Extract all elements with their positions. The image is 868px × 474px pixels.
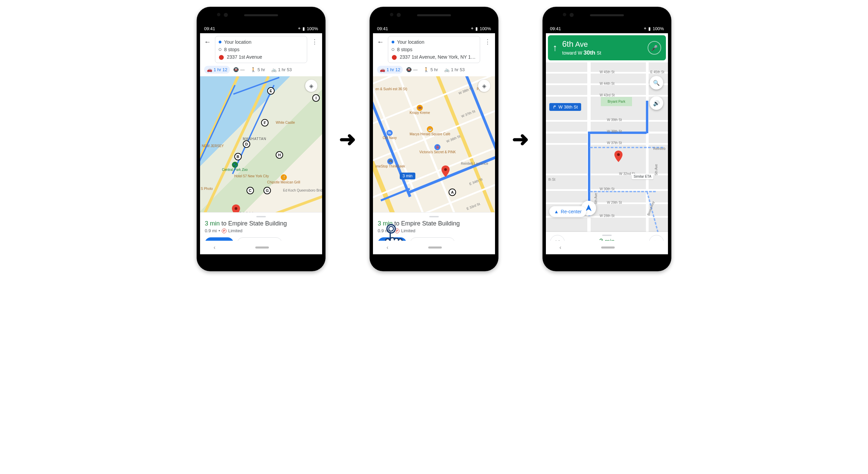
waypoint[interactable]: G <box>263 187 271 194</box>
status-time: 09:41 <box>550 26 561 31</box>
tab-drive[interactable]: 🚗1 hr 12 <box>204 66 230 74</box>
parking-icon: P <box>222 229 226 233</box>
sheet-handle[interactable] <box>602 235 612 236</box>
status-bar: 09:41 ⌖ ▮ 100% <box>200 24 322 33</box>
parking-status: Limited <box>401 228 415 233</box>
overflow-menu[interactable]: ⋮ <box>311 36 319 45</box>
alt-route-badge[interactable]: Similar ETA <box>632 174 653 179</box>
destination-pin[interactable] <box>441 165 450 177</box>
battery-pct: 100% <box>307 26 318 31</box>
location-icon: ⌖ <box>644 26 646 31</box>
poi-label: Victoria's Secret & PINK <box>419 150 456 154</box>
poi-label: Macys Herald Square Café <box>410 132 450 136</box>
route-card[interactable]: Your location 8 stops ⬤2337 1st Avenue, … <box>388 36 480 63</box>
status-time: 09:41 <box>204 26 215 31</box>
route-to: 2337 1st Avenue <box>227 54 262 60</box>
tab-transit[interactable]: 🚇— <box>231 66 247 74</box>
street-label: W 39th St <box>607 118 622 122</box>
waypoint[interactable]: H <box>276 151 283 159</box>
location-icon: ⌖ <box>471 26 473 31</box>
travel-mode-tabs: 🚗1 hr 12 🚇— 🚶5 hr 🚲1 hr 53 <box>200 64 322 76</box>
audio-button[interactable]: 🔊 <box>650 96 663 110</box>
android-navbar: ‹ <box>373 241 495 254</box>
layers-button[interactable]: ◈ <box>303 77 320 95</box>
transit-icon: 🚇 <box>406 67 412 72</box>
waypoint[interactable]: B <box>234 153 242 160</box>
waypoint[interactable]: E <box>267 87 275 95</box>
tab-walk[interactable]: 🚶5 hr <box>248 66 268 74</box>
tab-walk[interactable]: 🚶5 hr <box>421 66 440 74</box>
route-stops: 8 stops <box>224 47 239 52</box>
svg-point-0 <box>235 207 237 210</box>
waypoint[interactable]: A <box>449 189 456 196</box>
waypoint[interactable]: I <box>312 94 320 102</box>
poi-label: en & Sushi est 36 St) <box>375 87 407 91</box>
street-label: W 38th St <box>607 130 622 133</box>
street-label: W 30th St <box>599 187 614 191</box>
phone-screen-3: 09:41 ⌖▮100% ↑ 6th Ave toward W 30th St … <box>542 7 671 271</box>
waypoint[interactable]: C <box>246 187 254 194</box>
nav-direction-banner[interactable]: ↑ 6th Ave toward W 30th St 🎤 <box>548 35 666 60</box>
nav-back[interactable]: ‹ <box>387 244 388 251</box>
turn-right-icon: ↱ <box>553 104 556 110</box>
nav-back[interactable]: ‹ <box>214 244 215 251</box>
recenter-button[interactable]: ▲Re-center <box>549 206 586 217</box>
battery-pct: 100% <box>480 26 491 31</box>
sheet-handle[interactable] <box>429 216 439 217</box>
poi-label: imeStop ThinkGeek <box>375 164 405 168</box>
tab-transit[interactable]: 🚇— <box>403 66 420 74</box>
eta-time: 3 min <box>205 220 220 227</box>
poi-label: MANHATTAN <box>243 137 267 141</box>
battery-icon: ▮ <box>475 26 478 31</box>
street-label: th St <box>548 178 555 181</box>
car-icon: 🚗 <box>380 67 385 72</box>
street-label: W 28th St <box>599 214 614 218</box>
parking-status: Limited <box>228 228 242 233</box>
next-turn-badge[interactable]: ↱W 38th St <box>549 103 581 111</box>
search-button[interactable]: 🔍 <box>650 76 663 90</box>
poi-label: Chipotle Mexican Grill <box>267 180 300 184</box>
poi-label: Reinlieb <box>653 147 666 151</box>
voice-button[interactable]: 🎤 <box>648 41 661 55</box>
mic-icon: 🎤 <box>651 45 658 51</box>
walk-icon: 🚶 <box>251 67 256 72</box>
route-card[interactable]: Your location 8 stops ⬤2337 1st Avenue <box>215 36 307 63</box>
poi-label: Reinlieb Laurence <box>461 162 488 165</box>
svg-point-4 <box>617 153 620 156</box>
waypoint[interactable]: D <box>243 140 250 148</box>
transit-icon: 🚇 <box>233 67 239 72</box>
tab-bike[interactable]: 🚲1 hr 53 <box>441 66 467 74</box>
nav-back[interactable]: ‹ <box>559 244 561 251</box>
parking-icon: P <box>395 229 399 233</box>
tab-drive[interactable]: 🚗1 hr 12 <box>377 66 403 74</box>
street-label: W 44th St <box>599 82 614 85</box>
nav-home[interactable] <box>255 246 269 249</box>
nav-home[interactable] <box>428 246 442 249</box>
distance: 0.9 mi <box>205 228 217 233</box>
car-icon: 🚗 <box>207 67 212 72</box>
nav-home[interactable] <box>601 246 615 249</box>
phone-screen-1: 09:41 ⌖ ▮ 100% ← Your location 8 stops ⬤… <box>197 7 326 271</box>
status-time: 09:41 <box>377 26 388 31</box>
android-navbar: ‹ <box>546 241 668 254</box>
route-to: 2337 1st Avenue, New York, NY 1… <box>400 54 476 60</box>
transition-arrow: ➜ <box>339 127 356 151</box>
tab-bike[interactable]: 🚲1 hr 53 <box>269 66 294 74</box>
nav-arrow-icon: ▲ <box>554 209 559 214</box>
poi-label: Hotel 57 New York City <box>234 174 269 178</box>
eta-time: 3 min <box>378 220 393 227</box>
battery-icon: ▮ <box>302 26 305 31</box>
sheet-handle[interactable] <box>256 216 266 217</box>
overflow-menu[interactable]: ⋮ <box>484 36 492 45</box>
back-button[interactable]: ← <box>203 36 212 46</box>
back-button[interactable]: ← <box>376 36 384 46</box>
street-label: W 45th St <box>599 70 614 74</box>
poi-label: White Castle <box>276 121 295 124</box>
waypoint[interactable]: F <box>261 119 269 126</box>
poi-label: Ed Koch Queensboro Bridge <box>283 189 322 192</box>
walk-icon: 🚶 <box>423 67 429 72</box>
poi-label: Central Park Zoo <box>222 168 248 172</box>
eta-dest: to Empire State Building <box>220 220 287 227</box>
nav-street: 6th Ave <box>562 39 643 49</box>
destination-pin[interactable] <box>614 151 623 162</box>
